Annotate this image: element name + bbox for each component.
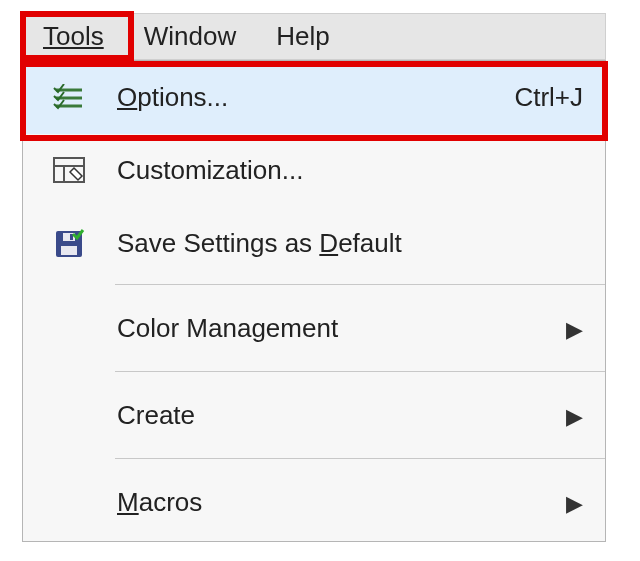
menu-separator-3	[115, 458, 605, 459]
submenu-arrow-icon: ▶	[551, 487, 583, 518]
menu-separator-1	[115, 284, 605, 285]
menu-item-macros[interactable]: Macros ▶	[23, 463, 605, 541]
menubar-item-window[interactable]: Window	[124, 14, 256, 59]
menubar-item-tools[interactable]: Tools	[23, 14, 124, 59]
menubar-label-window: Window	[144, 21, 236, 52]
screenshot-stage: Tools Window Help Options...	[0, 0, 640, 561]
menu-label-customization: Customization...	[101, 155, 463, 186]
menubar: Tools Window Help	[22, 13, 606, 60]
submenu-arrow-icon: ▶	[551, 400, 583, 431]
menu-item-save-default[interactable]: Save Settings as Default	[23, 207, 605, 280]
menu-item-create[interactable]: Create ▶	[23, 376, 605, 454]
menubar-item-help[interactable]: Help	[256, 14, 349, 59]
menu-item-customization[interactable]: Customization...	[23, 134, 605, 207]
menu-label-create: Create	[101, 400, 551, 431]
menu-label-color-management: Color Management	[101, 313, 551, 344]
options-icon	[37, 84, 101, 112]
svg-rect-8	[61, 246, 77, 255]
menu-label-options: Options...	[101, 82, 463, 113]
menu-separator-2	[115, 371, 605, 372]
submenu-arrow-icon: ▶	[551, 313, 583, 344]
tools-dropdown: Options... Ctrl+J Customization...	[22, 60, 606, 542]
menu-item-color-management[interactable]: Color Management ▶	[23, 289, 605, 367]
svg-marker-6	[70, 168, 82, 180]
menu-label-macros: Macros	[101, 487, 551, 518]
menubar-label-help: Help	[276, 21, 329, 52]
save-icon	[37, 228, 101, 260]
menu-shortcut-options: Ctrl+J	[463, 82, 583, 113]
menu-item-options[interactable]: Options... Ctrl+J	[23, 61, 605, 134]
menubar-label-tools: Tools	[43, 21, 104, 51]
menu-label-save-default: Save Settings as Default	[101, 228, 463, 259]
customization-icon	[37, 156, 101, 186]
